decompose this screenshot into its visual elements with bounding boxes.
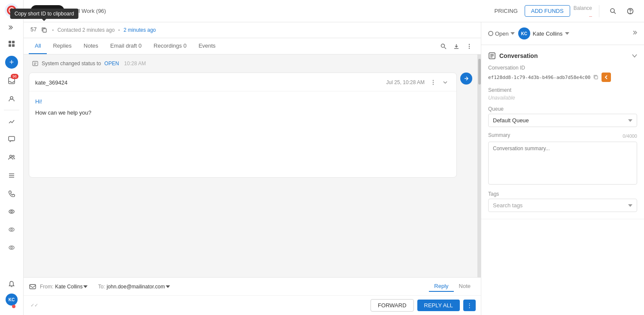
agent-name: Kate Collins [533, 30, 562, 37]
download-btn[interactable] [450, 40, 463, 53]
right-header-left: Open KC Kate Collins [488, 27, 569, 39]
note-tab[interactable]: Note [454, 281, 476, 292]
compose-area: From: Kate Collins To: john.doe@mailinat… [24, 277, 481, 315]
copy-conv-id-btn[interactable] [592, 73, 600, 81]
tab-all[interactable]: All [29, 38, 47, 54]
add-button[interactable]: + [5, 56, 18, 69]
grid-nav-icon[interactable] [4, 36, 19, 51]
eye1-nav-icon[interactable] [4, 204, 19, 219]
all-work-tab[interactable]: All Work (96) [68, 5, 112, 17]
status-indicator[interactable]: Open [488, 30, 515, 37]
conv-id-label: Conversation ID [488, 65, 637, 71]
tab-events[interactable]: Events [192, 38, 222, 54]
tab-email-draft[interactable]: Email draft 0 [104, 38, 148, 54]
status-dot-icon [488, 31, 493, 36]
greeting-text: Hi! [35, 98, 42, 105]
message-more-btn[interactable] [428, 77, 438, 88]
tags-search[interactable]: Search tags [488, 199, 637, 212]
search-messages-btn[interactable] [437, 40, 450, 53]
copy-id-btn[interactable]: Copy short ID to clipboard [40, 26, 49, 34]
logo-inner [7, 6, 16, 15]
svg-point-28 [469, 44, 470, 45]
chart-nav-icon[interactable] [4, 114, 19, 129]
to-email: john.doe@mailinator.com [106, 284, 165, 290]
more-options-btn[interactable] [463, 40, 476, 53]
eye3-nav-icon[interactable] [4, 240, 19, 255]
back-arrow-btn[interactable] [601, 73, 611, 82]
users-nav-icon[interactable] [4, 150, 19, 165]
balance-info: Balance _ [574, 5, 592, 17]
svg-point-33 [433, 82, 434, 83]
svg-point-19 [11, 247, 12, 248]
copy-id-wrap: 57 Copy short ID to clipboard [30, 26, 49, 34]
phone-nav-icon[interactable] [4, 186, 19, 201]
add-funds-btn[interactable]: ADD FUNDS [525, 5, 570, 17]
message-meta: Jul 25, 10:28 AM [386, 77, 450, 88]
expand-thread-btn[interactable] [460, 73, 472, 85]
scroll-thumb [478, 59, 481, 85]
my-work-tab[interactable]: My Work [30, 5, 64, 17]
sidebar-collapse-btn[interactable] [6, 21, 18, 33]
sidebar-bottom: KC [4, 276, 19, 312]
help-nav-btn[interactable] [623, 4, 637, 18]
right-collapse-btn[interactable] [631, 30, 637, 37]
list-nav-icon[interactable] [4, 168, 19, 183]
system-time: 10:28 AM [124, 61, 146, 67]
dot-separator-2: • [118, 27, 120, 33]
agent-initials: KC [521, 31, 527, 36]
tab-recordings[interactable]: Recordings 0 [148, 38, 193, 54]
sidebar-divider-1 [4, 110, 19, 110]
svg-rect-24 [43, 29, 46, 32]
to-value-btn[interactable]: john.doe@mailinator.com [106, 284, 170, 290]
status-dot-bottom [12, 305, 15, 308]
section-collapse-btn[interactable] [632, 53, 637, 59]
message-greeting: Hi! [35, 97, 450, 106]
svg-rect-5 [12, 44, 15, 47]
svg-point-32 [433, 80, 434, 81]
right-sidebar: Open KC Kate Collins [481, 22, 644, 315]
queue-select[interactable]: Default Queue Support Queue Sales Queue [488, 114, 637, 127]
tags-label: Tags [488, 191, 637, 197]
user-avatar[interactable]: KC [6, 294, 18, 306]
contacts-nav-icon[interactable] [4, 91, 19, 106]
scroll-container: System changed status to OPEN 10:28 AM k… [24, 55, 481, 277]
svg-point-25 [441, 44, 445, 47]
content-panel: 57 Copy short ID to clipboard • Contacte… [24, 22, 481, 315]
chat-nav-icon[interactable] [4, 132, 19, 147]
svg-line-26 [444, 47, 446, 49]
reply-all-btn[interactable]: REPLY ALL [417, 300, 460, 311]
summary-textarea[interactable] [488, 142, 637, 185]
svg-point-17 [11, 229, 12, 230]
sentiment-value: Unavailable [488, 95, 637, 101]
dot-separator-1: • [52, 27, 54, 33]
system-status-value: OPEN [104, 61, 119, 67]
conversation-scroll[interactable]: System changed status to OPEN 10:28 AM k… [24, 55, 477, 277]
svg-point-15 [11, 211, 12, 212]
tab-replies[interactable]: Replies [47, 38, 77, 54]
from-value-btn[interactable]: Kate Collins [55, 284, 88, 290]
message-expand-btn[interactable] [440, 77, 450, 88]
eye2-nav-icon[interactable] [4, 222, 19, 237]
bell-icon[interactable] [4, 276, 19, 292]
svg-point-1 [11, 9, 12, 11]
agent-info[interactable]: KC Kate Collins [518, 27, 569, 39]
tab-notes[interactable]: Notes [78, 38, 104, 54]
forward-btn[interactable]: FORWARD [371, 299, 413, 312]
balance-label: Balance [574, 5, 592, 11]
section-title: Conversation [488, 52, 637, 60]
compose-actions: ✓✓ FORWARD REPLY ALL ⋮ [24, 296, 481, 315]
reply-tab[interactable]: Reply [429, 281, 453, 292]
message-bubble: kate_369424 Jul 25, 10:28 AM [29, 73, 457, 178]
search-nav-btn[interactable] [606, 4, 620, 18]
inbox-nav-icon[interactable]: 96 [4, 73, 19, 88]
svg-point-23 [630, 13, 631, 13]
relative-time[interactable]: 2 minutes ago [124, 27, 156, 33]
message-body: Hi! How can we help you? [29, 91, 456, 177]
scroll-sidebar[interactable] [477, 55, 481, 277]
more-actions-btn[interactable]: ⋮ [463, 300, 476, 311]
pricing-btn[interactable]: PRICING [491, 6, 521, 16]
agent-avatar: KC [518, 27, 530, 39]
svg-rect-35 [30, 285, 36, 289]
compose-to: To: john.doe@mailinator.com [98, 284, 170, 290]
tabs-bar: All Replies Notes Email draft 0 Recordin… [24, 38, 481, 55]
